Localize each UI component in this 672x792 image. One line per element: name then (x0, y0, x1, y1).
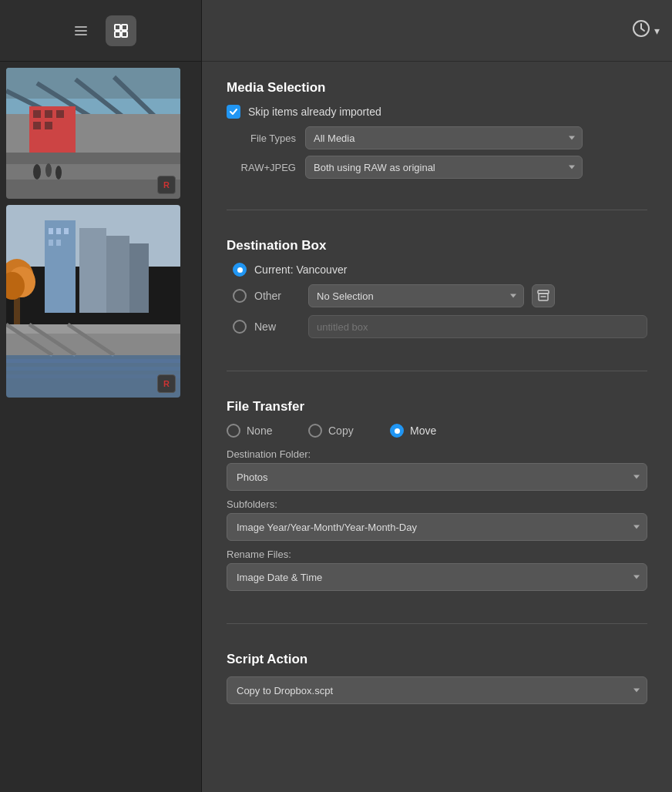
list-icon (72, 22, 89, 39)
svg-rect-16 (45, 110, 52, 118)
other-radio[interactable] (233, 289, 247, 303)
destination-folder-row: Destination Folder: Photos (227, 448, 647, 491)
new-radio[interactable] (233, 320, 247, 334)
sidebar: R (0, 0, 202, 792)
file-transfer-section: File Transfer None Copy Move Destinati (227, 399, 647, 599)
media-selection-section: Media Selection Skip items already impor… (227, 80, 647, 185)
file-types-select[interactable]: All Media (305, 126, 583, 149)
list-view-button[interactable] (66, 15, 96, 46)
copy-radio[interactable] (308, 424, 322, 438)
thumbnail-2[interactable]: R (6, 205, 180, 398)
none-label: None (247, 425, 293, 437)
svg-point-24 (55, 166, 62, 180)
skip-items-label: Skip items already imported (248, 106, 381, 118)
subfolders-label: Subfolders: (227, 498, 647, 510)
svg-rect-32 (64, 228, 69, 234)
other-select-wrap: No Selection (308, 284, 524, 307)
svg-rect-4 (122, 25, 127, 30)
current-radio[interactable] (233, 263, 247, 277)
svg-rect-33 (49, 240, 53, 246)
svg-rect-15 (33, 110, 41, 118)
svg-point-22 (33, 164, 41, 180)
svg-rect-27 (79, 228, 106, 313)
raw-jpeg-row: RAW+JPEG Both using RAW as original (227, 156, 647, 179)
svg-rect-31 (56, 228, 61, 234)
file-types-row: File Types All Media (227, 126, 647, 149)
copy-radio-item[interactable]: Copy (308, 424, 375, 438)
archive-icon-button[interactable] (532, 284, 555, 307)
subfolders-row: Subfolders: Image Year/Year-Month/Year-M… (227, 498, 647, 541)
history-button[interactable]: ▾ (631, 18, 660, 43)
main-content: Media Selection Skip items already impor… (202, 62, 672, 733)
skip-items-checkbox[interactable] (227, 105, 240, 119)
other-radio-label: Other (254, 290, 301, 302)
svg-rect-46 (6, 367, 180, 371)
main-toolbar: ▾ (202, 0, 672, 62)
rename-files-label: Rename Files: (227, 549, 647, 560)
grid-icon (113, 22, 129, 39)
destination-box-section: Destination Box Current: Vancouver Other… (227, 238, 647, 346)
destination-folder-select[interactable]: Photos (227, 463, 647, 491)
move-radio[interactable] (390, 424, 404, 438)
divider-3 (227, 623, 647, 624)
script-action-select[interactable]: Copy to Dropbox.scpt (227, 676, 647, 704)
svg-point-23 (45, 163, 52, 177)
move-radio-item[interactable]: Move (390, 424, 456, 438)
history-icon (631, 18, 651, 43)
script-action-section: Script Action Copy to Dropbox.scpt (227, 652, 647, 712)
current-radio-label: Current: Vancouver (254, 263, 347, 276)
checkmark-icon (229, 107, 238, 116)
svg-rect-5 (115, 32, 120, 37)
rename-files-select[interactable]: Image Date & Time (227, 563, 647, 591)
thumbnail-2-badge: R (157, 374, 176, 393)
subfolders-select-wrap: Image Year/Year-Month/Year-Month-Day (227, 513, 647, 541)
file-transfer-title: File Transfer (227, 399, 647, 414)
svg-rect-19 (45, 122, 52, 129)
other-radio-row: Other No Selection (233, 284, 647, 307)
none-radio-item[interactable]: None (227, 424, 293, 438)
svg-rect-21 (6, 164, 180, 180)
sidebar-images: R (0, 62, 201, 404)
svg-rect-6 (122, 32, 127, 37)
other-select[interactable]: No Selection (308, 284, 524, 307)
subfolders-select[interactable]: Image Year/Year-Month/Year-Month-Day (227, 513, 647, 541)
thumbnail-1-badge: R (157, 176, 176, 194)
raw-jpeg-select-wrap: Both using RAW as original (305, 156, 583, 179)
skip-items-row: Skip items already imported (227, 105, 647, 119)
none-radio[interactable] (227, 424, 240, 438)
thumbnail-1-image (6, 68, 180, 199)
divider-2 (227, 371, 647, 371)
svg-rect-18 (33, 122, 41, 129)
thumbnail-2-image (6, 205, 180, 398)
raw-jpeg-label: RAW+JPEG (227, 162, 296, 173)
copy-label: Copy (328, 425, 375, 437)
svg-rect-28 (106, 236, 129, 313)
destination-box-options: Current: Vancouver Other No Selection (227, 263, 647, 338)
thumbnail-1[interactable]: R (6, 68, 180, 199)
svg-rect-45 (6, 359, 180, 363)
main-panel: ▾ Media Selection Skip items already imp… (202, 0, 672, 792)
raw-jpeg-select[interactable]: Both using RAW as original (305, 156, 583, 179)
svg-rect-47 (6, 374, 180, 378)
current-radio-row: Current: Vancouver (233, 263, 647, 277)
media-selection-title: Media Selection (227, 80, 647, 96)
file-types-select-wrap: All Media (305, 126, 583, 149)
sidebar-toolbar (0, 0, 201, 62)
destination-folder-select-wrap: Photos (227, 463, 647, 491)
archive-icon (537, 290, 549, 302)
transfer-mode-row: None Copy Move (227, 424, 647, 438)
script-action-select-wrap: Copy to Dropbox.scpt (227, 676, 647, 704)
svg-rect-3 (115, 25, 120, 30)
svg-rect-17 (56, 110, 64, 118)
new-box-input[interactable] (308, 315, 647, 338)
rename-files-select-wrap: Image Date & Time (227, 563, 647, 591)
grid-view-button[interactable] (106, 15, 136, 46)
move-label: Move (410, 425, 456, 437)
script-action-row: Copy to Dropbox.scpt (227, 676, 647, 704)
script-action-title: Script Action (227, 652, 647, 667)
chevron-down-icon: ▾ (654, 25, 660, 37)
svg-rect-29 (129, 243, 149, 313)
divider-1 (227, 210, 647, 210)
new-radio-label: New (254, 320, 301, 333)
svg-rect-34 (56, 240, 61, 246)
